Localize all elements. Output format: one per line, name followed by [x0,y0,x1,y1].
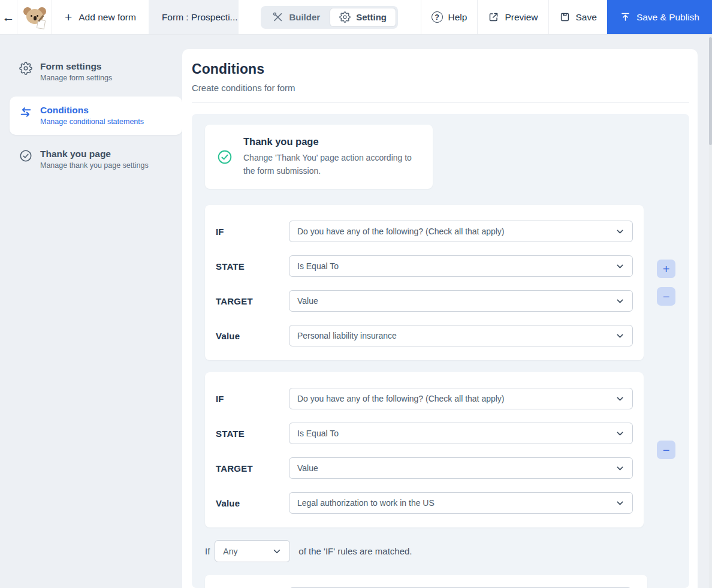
save-label: Save [576,12,597,23]
condition-actions: + − [657,260,675,306]
koala-logo-icon [22,4,48,31]
gear-icon [19,62,32,75]
target-label: TARGET [216,463,289,474]
condition-row-value: Value Legal authorization to work in the… [216,492,633,514]
preview-button[interactable]: Preview [477,0,548,34]
builder-setting-toggle: Builder Setting [261,6,398,29]
match-rule-prefix: If [205,546,210,556]
tools-icon [272,11,283,23]
save-icon [559,11,571,23]
if-label: IF [216,394,289,404]
topbar-spacer [398,0,421,34]
tab-builder[interactable]: Builder [263,8,330,27]
condition-block-2: IF Do you have any of the following? (Ch… [205,372,689,527]
if-dropdown-value: Do you have any of the following? (Check… [297,227,505,236]
match-rule-row: If Any of the 'IF' rules are matched. [205,540,689,562]
remove-condition-button[interactable]: − [657,441,675,459]
state-dropdown-value: Is Equal To [297,261,339,271]
thank-you-card-description: Change 'Thank You' page action according… [243,152,421,177]
if-dropdown[interactable]: Do you have any of the following? (Check… [289,388,633,409]
if-dropdown-value: Do you have any of the following? (Check… [297,394,505,403]
state-label: STATE [216,261,289,272]
condition-card: IF Do you have any of the following? (Ch… [205,372,644,527]
tab-setting-label: Setting [356,12,387,22]
target-dropdown-value: Value [297,296,318,306]
value-dropdown[interactable]: Legal authorization to work in the US [289,492,633,514]
page-scrollbar[interactable] [709,35,712,588]
form-tab-label: Form : Prospecti... [162,12,238,23]
state-dropdown-value: Is Equal To [297,429,339,438]
match-rule-suffix: of the 'IF' rules are matched. [298,546,412,556]
app-logo[interactable] [17,0,52,34]
condition-actions: − [657,441,675,459]
page-subtitle: Create conditions for form [192,83,689,93]
chevron-down-icon [616,262,624,271]
value-label: Value [216,331,289,341]
condition-row-target: TARGET Value [216,290,633,312]
form-tab[interactable]: Form : Prospecti... [149,0,239,34]
sidebar-item-title: Thank you page [40,148,149,159]
chevron-down-icon [616,227,624,236]
state-dropdown[interactable]: Is Equal To [289,423,633,444]
sidebar-item-subtitle: Manage thank you page settings [40,161,149,171]
sidebar-item-form-settings[interactable]: Form settings Manage form settings [10,53,182,91]
match-rule-dropdown[interactable]: Any [215,540,290,562]
target-label: TARGET [216,296,289,306]
swap-arrows-icon [19,105,32,119]
chevron-down-icon [616,394,624,403]
condition-row-target: TARGET Value [216,457,633,479]
target-dropdown[interactable]: Value [289,457,633,479]
chevron-down-icon [616,464,624,473]
add-new-form-button[interactable]: + Add new form [52,0,149,34]
chevron-down-icon [272,547,282,556]
back-button[interactable]: ← [0,0,17,34]
condition-row-if: IF Do you have any of the following? (Ch… [216,388,633,409]
thank-you-action-card-partial [205,575,647,588]
sidebar-item-conditions[interactable]: Conditions Manage conditional statements [10,97,182,135]
state-label: STATE [216,429,289,439]
sidebar-item-title: Form settings [40,61,112,72]
topbar-spacer [239,0,261,34]
external-link-icon [488,11,499,23]
settings-sidebar: Form settings Manage form settings Condi… [0,35,182,588]
topbar: ← + Add new form Form : Prospecti... Bui… [0,0,712,35]
help-label: Help [448,12,467,23]
state-dropdown[interactable]: Is Equal To [289,255,633,277]
sidebar-item-subtitle: Manage conditional statements [40,117,144,127]
thank-you-card-text: Thank you page Change 'Thank You' page a… [243,136,421,177]
thank-you-card: Thank you page Change 'Thank You' page a… [205,125,433,189]
back-arrow-icon: ← [2,10,15,25]
sidebar-item-text: Conditions Manage conditional statements [40,104,144,127]
add-condition-button[interactable]: + [657,260,675,278]
if-dropdown[interactable]: Do you have any of the following? (Check… [289,221,633,242]
save-publish-button[interactable]: Save & Publish [607,0,712,34]
tab-setting[interactable]: Setting [330,8,396,27]
target-dropdown[interactable]: Value [289,290,633,312]
scrollbar-thumb[interactable] [709,37,712,145]
gear-icon [339,11,351,23]
value-dropdown[interactable]: Personal liability insurance [289,325,633,346]
preview-label: Preview [505,12,538,23]
value-dropdown-value: Legal authorization to work in the US [297,498,435,508]
chevron-down-icon [616,297,624,306]
condition-row-state: STATE Is Equal To [216,423,633,444]
conditions-section: Thank you page Change 'Thank You' page a… [192,114,689,588]
plus-icon: + [65,11,72,23]
save-button[interactable]: Save [548,0,607,34]
chevron-down-icon [616,331,624,340]
sidebar-item-text: Thank you page Manage thank you page set… [40,148,149,171]
value-label: Value [216,498,289,508]
remove-condition-button[interactable]: − [657,287,675,306]
thank-you-card-title: Thank you page [243,136,421,147]
sidebar-item-subtitle: Manage form settings [40,74,112,83]
save-publish-label: Save & Publish [636,12,699,23]
check-circle-icon [217,149,233,165]
add-new-form-label: Add new form [79,12,136,23]
target-dropdown-value: Value [297,463,318,473]
sidebar-item-text: Form settings Manage form settings [40,61,112,83]
match-rule-value: Any [223,547,237,556]
condition-card: IF Do you have any of the following? (Ch… [205,205,644,360]
condition-row-if: IF Do you have any of the following? (Ch… [216,221,633,242]
sidebar-item-thank-you-page[interactable]: Thank you page Manage thank you page set… [10,140,182,179]
help-button[interactable]: ? Help [421,0,478,34]
